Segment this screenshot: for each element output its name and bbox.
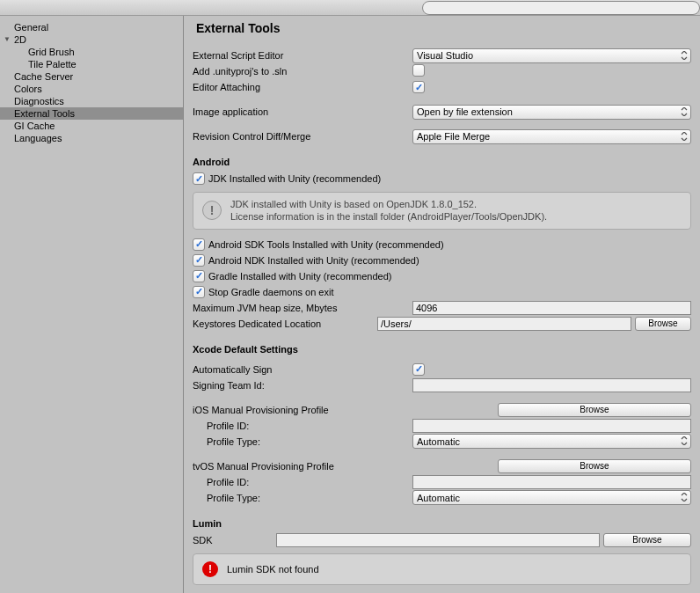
- sidebar-item-gi-cache[interactable]: GI Cache: [0, 120, 183, 132]
- jvm-heap-label: Maximum JVM heap size, Mbytes: [193, 303, 412, 313]
- signing-team-input[interactable]: [412, 378, 691, 392]
- android-sdk-label: Android SDK Tools Installed with Unity (…: [208, 239, 444, 250]
- sidebar-item-colors[interactable]: Colors: [0, 83, 183, 95]
- sidebar-item-diagnostics[interactable]: Diagnostics: [0, 95, 183, 107]
- jdk-info-box: ! JDK installed with Unity is based on O…: [193, 192, 691, 230]
- ios-browse-button[interactable]: Browse: [498, 403, 691, 417]
- sidebar-item-tile-palette[interactable]: Tile Palette: [0, 58, 183, 70]
- stop-gradle-label: Stop Gradle daemons on exit: [208, 287, 333, 297]
- add-unityproj-label: Add .unityproj's to .sln: [193, 66, 412, 77]
- ios-profile-label: iOS Manual Provisioning Profile: [193, 405, 412, 415]
- ios-profile-id-input[interactable]: [412, 419, 691, 433]
- tvos-profile-id-input[interactable]: [412, 475, 691, 489]
- error-icon: !: [202, 561, 218, 577]
- preferences-sidebar: General 2D Grid Brush Tile Palette Cache…: [0, 16, 184, 593]
- jdk-info-line1: JDK installed with Unity is based on Ope…: [230, 198, 547, 210]
- content-panel: External Tools External Script Editor Vi…: [184, 16, 700, 593]
- android-ndk-checkbox[interactable]: [193, 254, 205, 267]
- tvos-profile-label: tvOS Manual Provisioning Profile: [193, 461, 412, 472]
- page-title: External Tools: [193, 21, 691, 35]
- sidebar-item-languages[interactable]: Languages: [0, 132, 183, 144]
- ios-profile-type-select[interactable]: Automatic: [412, 434, 691, 449]
- editor-attaching-label: Editor Attaching: [193, 82, 412, 92]
- sidebar-item-2d[interactable]: 2D: [0, 33, 183, 46]
- android-ndk-label: Android NDK Installed with Unity (recomm…: [208, 255, 419, 266]
- ios-profile-id-label: Profile ID:: [193, 421, 412, 431]
- auto-sign-checkbox[interactable]: [412, 363, 425, 376]
- sidebar-item-general[interactable]: General: [0, 21, 183, 33]
- external-script-editor-select[interactable]: Visual Studio: [412, 48, 691, 63]
- tvos-browse-button[interactable]: Browse: [498, 459, 691, 473]
- gradle-label: Gradle Installed with Unity (recommended…: [208, 271, 391, 282]
- info-icon: !: [202, 201, 222, 220]
- keystore-input[interactable]: [377, 317, 631, 331]
- image-application-label: Image application: [193, 106, 412, 117]
- signing-team-label: Signing Team Id:: [193, 380, 412, 391]
- lumin-browse-button[interactable]: Browse: [603, 533, 691, 547]
- image-application-select[interactable]: Open by file extension: [412, 105, 691, 120]
- revision-control-select[interactable]: Apple File Merge: [412, 129, 691, 144]
- editor-attaching-checkbox[interactable]: [412, 81, 425, 93]
- android-sdk-checkbox[interactable]: [193, 238, 205, 251]
- sidebar-item-external-tools[interactable]: External Tools: [0, 107, 183, 120]
- tvos-profile-type-select[interactable]: Automatic: [412, 490, 691, 505]
- xcode-section-title: Xcode Default Settings: [193, 344, 691, 355]
- jdk-checkbox[interactable]: [193, 172, 205, 185]
- lumin-section-title: Lumin: [193, 518, 691, 529]
- jvm-heap-input[interactable]: [412, 301, 691, 315]
- revision-control-label: Revision Control Diff/Merge: [193, 131, 412, 142]
- sidebar-item-cache-server[interactable]: Cache Server: [0, 70, 183, 83]
- top-toolbar: [0, 0, 700, 16]
- tvos-profile-type-label: Profile Type:: [193, 493, 412, 503]
- stop-gradle-checkbox[interactable]: [193, 286, 205, 298]
- keystore-browse-button[interactable]: Browse: [635, 317, 691, 331]
- sidebar-item-grid-brush[interactable]: Grid Brush: [0, 46, 183, 58]
- ios-profile-type-label: Profile Type:: [193, 436, 412, 447]
- lumin-sdk-label: SDK: [193, 535, 276, 545]
- keystore-label: Keystores Dedicated Location: [193, 318, 377, 329]
- lumin-sdk-input[interactable]: [276, 533, 600, 547]
- add-unityproj-checkbox[interactable]: [412, 64, 425, 77]
- lumin-error-box: ! Lumin SDK not found: [193, 553, 691, 585]
- tvos-profile-id-label: Profile ID:: [193, 477, 412, 487]
- search-input[interactable]: [422, 1, 700, 15]
- external-script-editor-label: External Script Editor: [193, 50, 412, 61]
- jdk-label: JDK Installed with Unity (recommended): [208, 173, 381, 184]
- lumin-error-text: Lumin SDK not found: [227, 564, 319, 575]
- auto-sign-label: Automatically Sign: [193, 364, 412, 375]
- gradle-checkbox[interactable]: [193, 270, 205, 282]
- jdk-info-line2: License information is in the install fo…: [230, 210, 547, 223]
- android-section-title: Android: [193, 157, 691, 167]
